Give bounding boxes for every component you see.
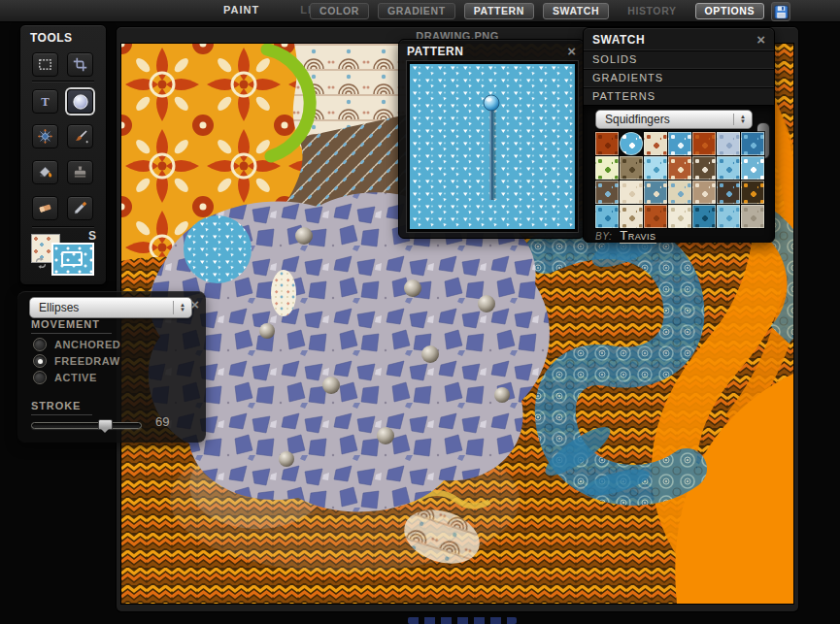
- pattern-swatch-6[interactable]: [717, 132, 740, 155]
- tab-pattern[interactable]: PATTERN: [464, 3, 534, 19]
- marquee-select-tool[interactable]: [32, 52, 58, 77]
- swap-swatches-button[interactable]: [34, 256, 48, 274]
- pattern-swatch-22[interactable]: [595, 205, 619, 228]
- pattern-swatch-21[interactable]: [741, 181, 764, 204]
- pattern-swatch-grid: [595, 132, 762, 226]
- ellipse-icon: [72, 93, 89, 111]
- eraser-tool[interactable]: [32, 196, 58, 220]
- app-root: DRAWING.PNG: [0, 0, 840, 624]
- pattern-swatch-17[interactable]: [644, 181, 667, 204]
- patterns-section-content: Squidfingers ▲▼ BY: Travis: [584, 105, 774, 243]
- stroke-heading: STROKE: [31, 400, 92, 415]
- tab-history[interactable]: HISTORY: [618, 3, 686, 19]
- cropped-link-text[interactable]: [408, 617, 517, 624]
- pattern-swatch-27[interactable]: [717, 205, 740, 228]
- radio-active[interactable]: ACTIVE: [33, 371, 97, 384]
- attribution: BY: Travis: [595, 228, 656, 244]
- tab-gradient[interactable]: GRADIENT: [378, 3, 455, 19]
- save-button[interactable]: [771, 2, 790, 21]
- radio-anchored[interactable]: ANCHORED: [33, 338, 120, 351]
- pattern-swatch-12[interactable]: [692, 156, 716, 180]
- radio-label: FREEDRAW: [54, 355, 120, 367]
- pattern-swatch-10[interactable]: [644, 156, 667, 180]
- pattern-swatch-18[interactable]: [668, 181, 691, 204]
- close-icon[interactable]: ×: [190, 299, 199, 311]
- pattern-swatch-3[interactable]: [644, 132, 667, 155]
- active-pattern-swatch[interactable]: [51, 243, 94, 276]
- fill-bucket-tool[interactable]: [32, 160, 58, 184]
- close-icon[interactable]: ×: [567, 46, 576, 57]
- swatch-panel: SWATCH × SOLIDSGRADIENTSPATTERNS Squidfi…: [583, 27, 775, 243]
- shape-select[interactable]: Ellipses ▲▼: [29, 297, 192, 318]
- divider: [32, 81, 94, 82]
- collection-select[interactable]: Squidfingers ▲▼: [595, 110, 753, 129]
- shape-select-value: Ellipses: [30, 301, 173, 314]
- pattern-swatch-14[interactable]: [741, 156, 764, 180]
- eraser-icon: [37, 200, 53, 216]
- crop-tool[interactable]: [67, 52, 93, 77]
- top-toolbar: PAINTLIGHT COLORGRADIENTPATTERNSWATCHHIS…: [0, 0, 840, 22]
- pattern-swatch-15[interactable]: [595, 181, 619, 204]
- pattern-swatch-2-selected[interactable]: [620, 132, 643, 155]
- scale-slider-handle[interactable]: [484, 95, 499, 111]
- swatch-sections: SOLIDSGRADIENTSPATTERNS: [584, 49, 774, 105]
- swap-shortcut-label: S: [88, 229, 96, 243]
- pattern-swatch-20[interactable]: [717, 181, 740, 204]
- pattern-swatch-19[interactable]: [692, 181, 716, 204]
- pattern-swatch-7[interactable]: [741, 132, 764, 155]
- tab-swatch[interactable]: SWATCH: [543, 3, 609, 19]
- swatch-panel-title: SWATCH: [592, 33, 645, 47]
- pattern-swatch-25[interactable]: [668, 205, 691, 228]
- pattern-swatch-23[interactable]: [620, 205, 643, 228]
- swap-arrows-icon: [34, 256, 48, 270]
- kaleidoscope-tool[interactable]: [32, 124, 58, 148]
- tool-options-panel: Ellipses ▲▼ × MOVEMENT ANCHOREDFREEDRAWA…: [17, 291, 206, 443]
- close-icon[interactable]: ×: [756, 34, 765, 46]
- marquee-icon: [37, 56, 53, 73]
- pattern-swatch-26[interactable]: [692, 205, 716, 228]
- tab-color[interactable]: COLOR: [310, 3, 369, 19]
- ellipse-tool[interactable]: [67, 89, 93, 114]
- select-arrows-icon: ▲▼: [173, 301, 191, 314]
- crop-icon: [72, 56, 88, 73]
- pattern-swatch-8[interactable]: [595, 156, 619, 180]
- floppy-disk-icon: [774, 5, 789, 19]
- by-label: BY:: [595, 231, 612, 242]
- pattern-swatch-24[interactable]: [644, 205, 667, 228]
- stroke-slider-handle[interactable]: [98, 419, 113, 430]
- svg-text:T: T: [41, 95, 50, 109]
- tools-title: TOOLS: [30, 31, 73, 45]
- tools-panel: TOOLS T S: [19, 24, 107, 285]
- text-tool[interactable]: T: [32, 89, 58, 114]
- pattern-swatch-5[interactable]: [692, 132, 716, 155]
- eyedropper-icon: [72, 200, 88, 216]
- pattern-swatch-11[interactable]: [668, 156, 691, 180]
- select-arrows-icon: ▲▼: [733, 114, 752, 126]
- radio-freedraw[interactable]: FREEDRAW: [33, 354, 120, 368]
- section-patterns[interactable]: PATTERNS: [584, 86, 774, 105]
- text-icon: T: [37, 93, 53, 110]
- pattern-panel-title: PATTERN: [407, 45, 463, 58]
- pattern-panel: PATTERN ×: [398, 39, 585, 239]
- section-gradients[interactable]: GRADIENTS: [584, 68, 774, 86]
- stamp-icon: [72, 164, 88, 181]
- pattern-swatch-4[interactable]: [668, 132, 691, 155]
- stroke-slider[interactable]: [31, 422, 142, 429]
- pattern-preview[interactable]: [407, 61, 578, 232]
- pattern-swatch-9[interactable]: [620, 156, 643, 180]
- pattern-swatch-28[interactable]: [741, 205, 764, 228]
- radio-button-icon: [33, 354, 47, 368]
- bucket-icon: [37, 164, 53, 181]
- author-link[interactable]: Travis: [620, 228, 655, 244]
- stamp-tool[interactable]: [67, 160, 93, 184]
- pattern-swatch-1[interactable]: [595, 132, 619, 155]
- eyedropper-tool[interactable]: [67, 196, 93, 220]
- pattern-preview-art: [410, 64, 575, 229]
- tab-paint[interactable]: PAINT: [223, 4, 259, 16]
- brush-tool[interactable]: [67, 124, 93, 148]
- pattern-swatch-16[interactable]: [620, 181, 643, 204]
- brush-icon: [72, 128, 88, 145]
- tab-options[interactable]: OPTIONS: [695, 3, 764, 19]
- section-solids[interactable]: SOLIDS: [584, 49, 774, 68]
- pattern-swatch-13[interactable]: [717, 156, 740, 180]
